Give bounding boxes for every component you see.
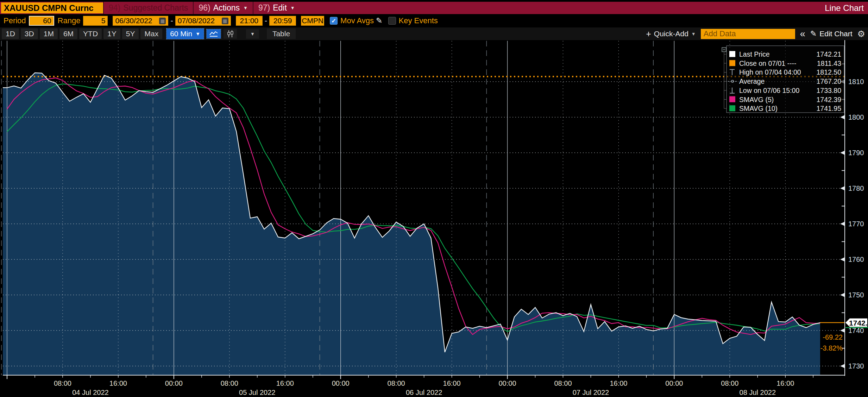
quick-add-button[interactable]: + Quick-Add ▼ (646, 29, 696, 39)
svg-text:05 Jul 2022: 05 Jul 2022 (239, 389, 275, 396)
svg-text:1811.43: 1811.43 (817, 59, 841, 67)
svg-text:1750: 1750 (848, 291, 864, 299)
range-tab-1m[interactable]: 1M (40, 29, 58, 39)
menu-edit[interactable]: 97) Edit ▼ (253, 2, 300, 14)
collapse-panel-button[interactable]: « (800, 30, 805, 37)
svg-text:High on 07/04 04:00: High on 07/04 04:00 (739, 68, 801, 76)
date-to-input[interactable]: 07/08/2022 ▦ (175, 16, 231, 26)
svg-text:1742.39: 1742.39 (817, 96, 842, 103)
svg-text:08 Jul 2022: 08 Jul 2022 (740, 389, 776, 396)
range-tab-max[interactable]: Max (140, 29, 162, 39)
menu-number: 96) (199, 3, 210, 13)
svg-text:08:00: 08:00 (721, 379, 738, 387)
mov-avgs-checkbox[interactable]: ✓ (330, 17, 338, 25)
svg-text:1770: 1770 (848, 220, 864, 228)
svg-text:1812.50: 1812.50 (817, 68, 842, 76)
calendar-icon[interactable]: ▦ (222, 18, 228, 24)
svg-text:-3.82%: -3.82% (820, 344, 843, 352)
chart-mode-title: Line Chart (825, 3, 864, 13)
time-range-dash: - (265, 16, 267, 25)
range-tab-1y[interactable]: 1Y (103, 29, 120, 39)
toolbar-right-cluster: + Quick-Add ▼ Add Data « ✎ Edit Chart ⚙ (646, 29, 865, 39)
chart-canvas[interactable]: 17301740175017601770178017901800181008:0… (0, 40, 868, 397)
period-input[interactable]: 60 (29, 16, 54, 26)
gear-icon[interactable]: ⚙ (857, 29, 865, 39)
menu-label: Suggested Charts (123, 3, 188, 13)
chart-type-dropdown[interactable]: ▼ (246, 29, 259, 39)
security-ticker-input[interactable]: XAUUSD CMPN Curnc (1, 2, 103, 13)
svg-text:1780: 1780 (848, 184, 864, 192)
svg-text:1790: 1790 (848, 149, 864, 157)
svg-text:08:00: 08:00 (388, 379, 405, 387)
svg-text:04 Jul 2022: 04 Jul 2022 (72, 389, 108, 396)
menu-label: Edit (273, 3, 287, 13)
range-tab-1d[interactable]: 1D (2, 29, 19, 39)
svg-text:16:00: 16:00 (776, 379, 794, 387)
range-input[interactable]: 5 (83, 16, 108, 26)
svg-text:1810: 1810 (848, 78, 864, 86)
range-tab-ytd[interactable]: YTD (79, 29, 102, 39)
svg-text:00:00: 00:00 (665, 379, 683, 387)
range-tabs: 1D3D1M6MYTD1Y5YMax (0, 29, 162, 39)
candlestick-icon (226, 30, 234, 38)
date-to-value: 07/08/2022 (178, 17, 215, 25)
svg-text:1733.80: 1733.80 (817, 87, 842, 94)
menu-number: 97) (258, 3, 270, 13)
svg-text:SMAVG (5): SMAVG (5) (739, 96, 774, 103)
edit-chart-button[interactable]: ✎ Edit Chart (810, 29, 853, 38)
svg-text:Average: Average (739, 77, 765, 85)
svg-text:06 Jul 2022: 06 Jul 2022 (406, 389, 442, 396)
svg-text:16:00: 16:00 (443, 379, 461, 387)
line-chart-type-button[interactable] (207, 29, 221, 38)
svg-text:1742.21: 1742.21 (849, 319, 868, 327)
table-button[interactable]: Table (267, 29, 296, 39)
range-label: Range (58, 16, 81, 25)
edit-pencil-icon[interactable]: ✎ (376, 16, 382, 25)
legend-row[interactable]: Low on 07/06 15:001733.80 (730, 87, 841, 94)
period-label: Period (4, 16, 26, 25)
svg-text:00:00: 00:00 (332, 379, 350, 387)
controls-bar: Period 60 Range 5 06/30/2022 ▦ - 07/08/2… (0, 14, 868, 27)
svg-text:16:00: 16:00 (276, 379, 294, 387)
svg-text:1800: 1800 (848, 113, 864, 121)
interval-value: 60 Min (170, 30, 192, 38)
calendar-icon[interactable]: ▦ (159, 18, 166, 24)
range-tab-6m[interactable]: 6M (59, 29, 77, 39)
svg-text:Close on 07/01 ----: Close on 07/01 ---- (739, 59, 797, 67)
svg-text:08:00: 08:00 (554, 379, 572, 387)
chevron-down-icon: ▼ (195, 31, 200, 37)
date-from-input[interactable]: 06/30/2022 ▦ (113, 16, 168, 26)
time-to-input[interactable]: 20:59 (269, 16, 296, 26)
chevron-down-icon: ▼ (290, 5, 295, 11)
menu-actions[interactable]: 96) Actions ▼ (194, 2, 253, 14)
range-tab-3d[interactable]: 3D (21, 29, 38, 39)
svg-text:1730: 1730 (848, 362, 864, 370)
chevron-down-icon: ▼ (691, 31, 696, 37)
chart-legend[interactable]: Last Price1742.21Close on 07/01 ----1811… (722, 46, 844, 113)
chevron-down-icon: ▼ (243, 5, 248, 11)
range-tab-5y[interactable]: 5Y (122, 29, 139, 39)
legend-row[interactable]: Close on 07/01 ----1811.43 (729, 59, 841, 67)
pricing-source-button[interactable]: CMPN (301, 16, 324, 26)
menu-number: 94) (109, 3, 120, 13)
candle-chart-type-button[interactable] (224, 29, 237, 39)
menu-label: Actions (213, 3, 240, 13)
legend-row[interactable]: High on 07/04 04:001812.50 (730, 68, 841, 76)
svg-text:08:00: 08:00 (54, 379, 71, 387)
svg-text:1741.95: 1741.95 (817, 105, 842, 112)
svg-text:1760: 1760 (848, 256, 864, 263)
chart-toolbar: 1D3D1M6MYTD1Y5YMax 60 Min ▼ ▼ Table + Qu… (0, 27, 868, 40)
last-price-tag: 1742.21-69.22-3.82% (820, 319, 868, 352)
svg-text:-69.22: -69.22 (823, 333, 843, 341)
line-chart-icon (209, 30, 218, 37)
svg-text:1742.21: 1742.21 (817, 50, 842, 58)
interval-dropdown[interactable]: 60 Min ▼ (166, 29, 204, 39)
date-range-dash: - (170, 16, 173, 25)
svg-text:16:00: 16:00 (109, 379, 127, 387)
add-data-input[interactable]: Add Data (701, 29, 795, 39)
key-events-checkbox[interactable] (388, 17, 396, 25)
pencil-icon: ✎ (810, 29, 817, 38)
chart-area: 17301740175017601770178017901800181008:0… (0, 40, 868, 397)
time-from-input[interactable]: 21:00 (236, 16, 263, 26)
menu-suggested-charts[interactable]: 94) Suggested Charts (104, 2, 193, 14)
